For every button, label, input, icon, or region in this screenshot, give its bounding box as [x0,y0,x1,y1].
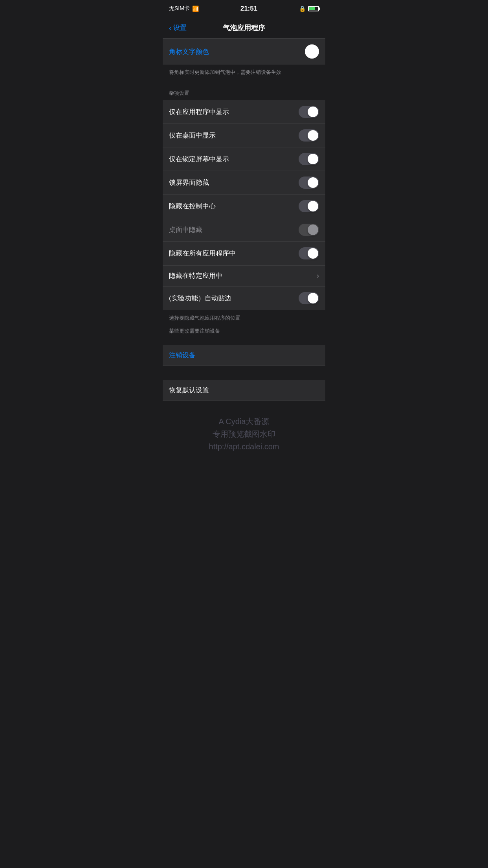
setting-label-2: 仅在锁定屏幕中显示 [169,154,229,164]
misc-section-header: 杂项设置 [163,81,325,100]
chevron-right-icon: › [317,272,319,280]
setting-label-5: 桌面中隐藏 [169,225,202,234]
badge-color-desc-text: 将角标实时更新添加到气泡中，需要注销设备生效 [169,69,281,75]
toggle-knob-experiment [308,293,318,303]
status-left: 无SIM卡 📶 [169,5,199,12]
toggle-2[interactable] [299,153,319,165]
back-label: 设置 [173,23,187,32]
badge-color-row[interactable]: 角标文字颜色 [163,39,325,64]
experiment-desc1-text: 选择要隐藏气泡应用程序的位置 [169,315,240,321]
badge-color-picker[interactable] [305,44,319,59]
setting-row-4[interactable]: 隐藏在控制中心 [163,195,325,218]
toggle-knob-6 [308,248,318,259]
disclosure-label: 隐藏在特定应用中 [169,271,222,280]
battery-icon [308,6,319,11]
nav-bar: ‹ 设置 气泡应用程序 [163,17,325,39]
toggle-4[interactable] [299,200,319,212]
experiment-desc1: 选择要隐藏气泡应用程序的位置 [163,310,325,327]
content: 角标文字颜色 将角标实时更新添加到气泡中，需要注销设备生效 杂项设置 仅在应用程… [163,39,325,401]
toggle-knob-4 [308,201,318,211]
toggle-knob-5 [308,224,318,235]
experiment-desc2-text: 某些更改需要注销设备 [169,328,220,334]
status-time: 21:51 [240,5,257,13]
logout-label: 注销设备 [169,351,196,360]
back-button[interactable]: ‹ 设置 [169,23,187,32]
carrier-label: 无SIM卡 [169,5,190,12]
toggle-5[interactable] [299,224,319,236]
toggle-1[interactable] [299,129,319,142]
toggle-knob-3 [308,177,318,188]
page-title: 气泡应用程序 [223,23,265,33]
experiment-row[interactable]: (实验功能）自动贴边 [163,286,325,310]
setting-label-3: 锁屏界面隐藏 [169,178,209,187]
toggle-experiment[interactable] [299,292,319,304]
experiment-label: (实验功能）自动贴边 [169,294,231,303]
reset-label: 恢复默认设置 [169,386,209,395]
toggle-knob-0 [308,107,318,117]
badge-color-description: 将角标实时更新添加到气泡中，需要注销设备生效 [163,64,325,81]
status-bar: 无SIM卡 📶 21:51 🔒 [163,0,325,17]
toggle-0[interactable] [299,106,319,118]
setting-row-0[interactable]: 仅在应用程序中显示 [163,100,325,124]
setting-label-6: 隐藏在所有应用程序中 [169,249,236,258]
misc-header-text: 杂项设置 [169,90,189,96]
disclosure-row[interactable]: 隐藏在特定应用中 › [163,265,325,286]
reset-row[interactable]: 恢复默认设置 [163,380,325,401]
setting-label-1: 仅在桌面中显示 [169,131,216,140]
setting-row-2[interactable]: 仅在锁定屏幕中显示 [163,147,325,171]
lock-icon: 🔒 [299,6,306,12]
setting-row-5[interactable]: 桌面中隐藏 [163,218,325,242]
reset-section [163,366,325,380]
setting-label-4: 隐藏在控制中心 [169,202,216,211]
logout-row[interactable]: 注销设备 [163,345,325,366]
battery-fill [309,7,315,10]
experiment-desc2: 某些更改需要注销设备 [163,327,325,340]
setting-row-6[interactable]: 隐藏在所有应用程序中 [163,242,325,265]
toggle-knob-2 [308,154,318,164]
wifi-icon: 📶 [192,6,199,12]
setting-row-1[interactable]: 仅在桌面中显示 [163,124,325,147]
toggle-3[interactable] [299,177,319,189]
toggle-knob-1 [308,130,318,141]
setting-label-0: 仅在应用程序中显示 [169,107,229,116]
status-right: 🔒 [299,6,319,12]
badge-color-label: 角标文字颜色 [169,47,209,56]
chevron-left-icon: ‹ [169,24,172,32]
toggle-6[interactable] [299,247,319,259]
setting-row-3[interactable]: 锁屏界面隐藏 [163,171,325,195]
